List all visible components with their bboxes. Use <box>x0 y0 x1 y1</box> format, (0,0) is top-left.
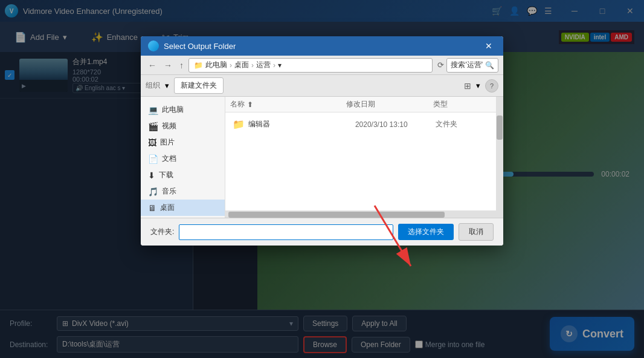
dialog-nav-bar: ← → ↑ 📁 此电脑 › 桌面 › 运营 › ▾ ⟳ 搜索'运营' 🔍 <box>141 56 503 75</box>
downloads-icon: ⬇ <box>148 171 155 180</box>
documents-icon: 📄 <box>148 154 158 164</box>
sidebar-item-video[interactable]: 🎬 视频 <box>141 118 225 134</box>
sidebar-item-computer[interactable]: 💻 此电脑 <box>141 102 225 118</box>
folder-label: 文件夹: <box>150 227 174 237</box>
sidebar-pictures-label: 图片 <box>160 137 175 148</box>
view-dropdown-icon[interactable]: ▾ <box>476 81 480 90</box>
sidebar-item-pictures[interactable]: 🖼 图片 <box>141 134 225 151</box>
files-area: 名称 ⬆ 修改日期 类型 📁 编辑器 2020/3/10 13:10 文件夹 <box>225 97 496 218</box>
folder-icon-editor: 📁 <box>233 119 245 130</box>
search-box[interactable]: 搜索'运营' 🔍 <box>446 58 498 73</box>
dialog-title: Select Output Folder <box>164 42 236 51</box>
breadcrumb[interactable]: 📁 此电脑 › 桌面 › 运营 › ▾ <box>188 58 433 73</box>
folder-name-input[interactable] <box>179 224 393 240</box>
vertical-scrollbar[interactable] <box>496 97 503 218</box>
dialog-body: 💻 此电脑 🎬 视频 🖼 图片 📄 文档 ⬇ 下载 <box>141 97 503 218</box>
breadcrumb-dropdown-icon[interactable]: ▾ <box>278 61 282 70</box>
dialog-toolbar: 组织 ▾ 新建文件夹 ⊞ ▾ ? <box>141 75 503 97</box>
dialog-close-button[interactable]: ✕ <box>481 39 496 53</box>
dialog-footer: 文件夹: 选择文件夹 取消 <box>141 218 503 246</box>
sidebar-item-music[interactable]: 🎵 音乐 <box>141 183 225 200</box>
folder-icon: 📁 <box>194 61 203 70</box>
type-column-header[interactable]: 类型 <box>433 99 491 109</box>
search-placeholder: 搜索'运营' <box>451 60 483 70</box>
music-icon: 🎵 <box>148 187 158 197</box>
nav-back-button[interactable]: ← <box>146 58 159 73</box>
breadcrumb-desktop[interactable]: 桌面 <box>234 60 249 70</box>
sidebar-item-documents[interactable]: 📄 文档 <box>141 151 225 167</box>
dialog-title-bar: Select Output Folder ✕ <box>141 36 503 56</box>
sidebar-desktop-label: 桌面 <box>160 203 175 213</box>
breadcrumb-current[interactable]: 运营 <box>256 60 271 70</box>
sidebar-item-desktop[interactable]: 🖥 桌面 <box>141 200 225 216</box>
sidebar-downloads-label: 下载 <box>159 170 173 180</box>
new-folder-button[interactable]: 新建文件夹 <box>174 77 224 94</box>
toolbar-dropdown-icon[interactable]: ▾ <box>165 81 169 90</box>
select-folder-dialog: Select Output Folder ✕ ← → ↑ 📁 此电脑 › 桌面 … <box>141 36 503 246</box>
search-icon[interactable]: 🔍 <box>485 61 494 70</box>
horizontal-scrollbar[interactable] <box>225 210 496 218</box>
sidebar-video-label: 视频 <box>162 121 176 131</box>
desktop-icon: 🖥 <box>148 203 156 213</box>
video-icon: 🎬 <box>148 122 158 131</box>
breadcrumb-pc[interactable]: 此电脑 <box>205 60 227 70</box>
nav-up-button[interactable]: ↑ <box>177 58 186 73</box>
h-scrollbar-thumb[interactable] <box>228 212 445 218</box>
files-header: 名称 ⬆ 修改日期 类型 <box>225 97 496 112</box>
sort-icon: ⬆ <box>247 100 253 109</box>
file-name-editor: 编辑器 <box>248 119 355 129</box>
computer-icon: 💻 <box>148 105 158 115</box>
cancel-button[interactable]: 取消 <box>459 223 494 241</box>
name-column-header[interactable]: 名称 ⬆ <box>230 99 346 109</box>
file-date-editor: 2020/3/10 13:10 <box>355 120 436 129</box>
sidebar-documents-label: 文档 <box>162 154 176 164</box>
dialog-sidebar: 💻 此电脑 🎬 视频 🖼 图片 📄 文档 ⬇ 下载 <box>141 97 225 218</box>
nav-forward-button[interactable]: → <box>161 58 175 73</box>
help-button[interactable]: ? <box>485 79 498 93</box>
date-column-header[interactable]: 修改日期 <box>346 99 433 109</box>
view-toggle-button[interactable]: ⊞ <box>464 81 471 91</box>
sidebar-item-downloads[interactable]: ⬇ 下载 <box>141 167 225 183</box>
organize-label: 组织 <box>146 80 160 91</box>
select-folder-button[interactable]: 选择文件夹 <box>398 224 454 240</box>
sidebar-computer-label: 此电脑 <box>162 105 184 115</box>
files-list: 📁 编辑器 2020/3/10 13:10 文件夹 <box>225 112 496 210</box>
dialog-logo <box>148 41 159 51</box>
pictures-icon: 🖼 <box>148 138 156 148</box>
file-type-editor: 文件夹 <box>436 119 489 129</box>
file-row-editor[interactable]: 📁 编辑器 2020/3/10 13:10 文件夹 <box>228 115 494 134</box>
refresh-button[interactable]: ⟳ <box>437 60 444 70</box>
sidebar-music-label: 音乐 <box>162 186 176 197</box>
v-scrollbar-thumb[interactable] <box>497 116 503 140</box>
dialog-overlay: Select Output Folder ✕ ← → ↑ 📁 此电脑 › 桌面 … <box>0 0 644 358</box>
dialog-title-left: Select Output Folder <box>148 41 236 51</box>
